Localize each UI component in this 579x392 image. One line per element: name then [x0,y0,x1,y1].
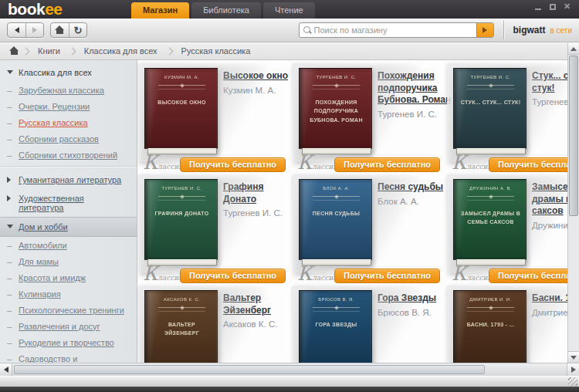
book-pages-edge [456,148,526,154]
sidebar-item-gardening[interactable]: Садоводство и огородничество [0,350,137,363]
cover-title-text: Замысел драмы в семье саксов [459,209,522,228]
toolbar-separator [503,21,504,39]
cover-title-text: Похождения подпоручика Бубнова. Роман [305,98,367,126]
back-arrow-icon [15,27,19,33]
breadcrumb-chevron-icon [165,47,173,55]
user-account-area[interactable]: bigwatt в сети [513,25,573,35]
username-label: bigwatt [513,25,546,35]
main-area: Классика для всех Зарубежная классика Оч… [0,60,579,363]
cover-ornament [467,85,514,90]
cover-author-text: Брюсов В. Я. [305,296,367,304]
breadcrumb-home-button[interactable] [6,45,22,57]
get-free-button[interactable]: Получить бесплатно [180,157,286,172]
back-button[interactable] [8,23,25,37]
sidebar-item-poetry-collections[interactable]: Сборники стихотворений [0,147,137,163]
arrow-down-icon [571,356,577,360]
category-sidebar: Классика для всех Зарубежная классика Оч… [0,60,137,363]
sidebar-item-cars[interactable]: Автомобили [0,237,137,253]
resize-grip[interactable] [568,377,577,386]
maximize-icon[interactable] [549,4,557,11]
search-submit-button[interactable] [476,23,493,37]
cover-author-text: Тургенев И. С. [459,74,522,82]
home-refresh-button-group [50,22,87,38]
book-cover[interactable]: Дмитриев И. И. Басни. 1793 - ... [453,290,527,363]
book-card-footer: Классика Получить бесплатно [452,156,579,173]
book-cover[interactable]: Тургенев И. С. Похождения подпоручика Бу… [299,68,372,154]
refresh-button[interactable] [69,23,86,37]
cover-author-text: Тургенев И. С. [305,74,367,82]
scroll-left-button[interactable] [0,363,12,376]
home-button[interactable] [51,23,69,37]
sidebar-item-for-mom[interactable]: Для мамы [0,253,137,269]
tab-store[interactable]: Магазин [131,2,189,19]
horizontal-scrollbar[interactable] [0,363,579,376]
book-card-footer: Классика Получить бесплатно [143,267,286,284]
get-free-button[interactable]: Получить бесплатно [334,269,440,283]
chevron-down-icon [7,225,13,228]
search-input[interactable] [314,23,476,37]
history-button-group [7,22,44,38]
cover-title-text: Вальтер Эйзенберг [151,320,213,339]
forward-button[interactable] [25,23,43,37]
book-card-footer: Классика Получить бесплатно [297,267,441,284]
sidebar-item-entertainment[interactable]: Развлечения и досуг [0,318,137,334]
home-icon [10,47,19,55]
breadcrumb-item-russian-classics[interactable]: Русская классика [174,46,259,56]
get-free-button[interactable]: Получить бесплатно [489,269,579,283]
book-card: Брюсов В. Я. Гора Звезды Гора Звезды Брю… [297,290,452,363]
book-card-footer: Классика Получить бесплатно [452,267,579,284]
scroll-up-button[interactable] [568,43,579,55]
book-cover[interactable]: Тургенев И. С. Стук... стук... стук! [453,68,527,154]
book-pages-edge [456,259,526,265]
vertical-scrollbar-thumb[interactable] [569,56,578,216]
book-grid: Кузмин М. А. Высокое окно Высокое окно К… [137,60,579,363]
breadcrumb: Книги Классика для всех Русская классика [0,42,579,60]
book-pages-edge [302,259,371,265]
close-icon[interactable] [564,4,571,11]
book-cover[interactable]: Дружинин А. В. Замысел драмы в семье сак… [453,179,527,265]
sidebar-item-psych-trainings[interactable]: Психологические тренинги [0,302,137,318]
sidebar-item-cooking[interactable]: Кулинария [0,286,137,302]
vertical-scrollbar[interactable] [567,43,579,363]
get-free-button[interactable]: Получить бесплатно [180,269,286,283]
minimize-icon[interactable] [534,4,542,11]
book-cover[interactable]: Кузмин М. А. Высокое окно [144,68,218,154]
cover-ornament [313,307,360,312]
sidebar-section-home-hobby[interactable]: Дом и хобби [0,217,137,237]
get-free-button[interactable]: Получить бесплатно [334,157,440,172]
book-cover[interactable]: Брюсов В. Я. Гора Звезды [299,290,372,363]
tab-library[interactable]: Библиотека [191,2,261,19]
cover-author-text: Тургенев И. С. [151,185,213,193]
app-window: bookee Магазин Библиотека Чтение [0,0,579,392]
breadcrumb-item-classics[interactable]: Классика для всех [76,46,165,56]
cover-ornament [313,85,360,90]
sidebar-item-story-collections[interactable]: Сборники рассказов [0,130,137,147]
sidebar-item-foreign-classics[interactable]: Зарубежная классика [0,82,137,98]
sidebar-section-humanities[interactable]: Гуманитарная литература [0,171,137,189]
scroll-down-button[interactable] [568,351,579,363]
home-icon [56,26,64,34]
breadcrumb-chevron-icon [22,47,30,55]
cover-title-text: Басни. 1793 - ... [459,320,522,329]
klassika-script-logo: Классика [297,270,334,282]
book-cover[interactable]: Аксаков К. С. Вальтер Эйзенберг [144,290,218,363]
breadcrumb-item-books[interactable]: Книги [30,46,68,56]
sidebar-item-crafts[interactable]: Рукоделие и творчество [0,334,137,350]
book-cover[interactable]: Тургенев И. С. Графиня Донато [144,179,218,265]
book-cover-front: Дмитриев И. И. Басни. 1793 - ... [453,290,527,363]
book-cover[interactable]: Блок А. А. Песня судьбы [299,179,372,265]
klassika-script-logo: Классика [143,270,180,282]
get-free-button[interactable]: Получить бесплатно [489,157,579,172]
sidebar-section-classics[interactable]: Классика для всех [0,63,137,82]
store-search-box [299,22,494,38]
book-cover-front: Кузмин М. А. Высокое окно [144,68,218,149]
tab-reading[interactable]: Чтение [263,2,315,19]
scroll-right-button[interactable] [567,363,579,376]
sidebar-item-beauty-image[interactable]: Красота и имидж [0,269,137,286]
sidebar-item-essays-reviews[interactable]: Очерки. Рецензии [0,98,137,114]
book-card: Тургенев И. С. Стук... стук... стук! Сту… [452,68,579,179]
sidebar-item-russian-classics[interactable]: Русская классика [0,114,137,130]
cover-title-text: Гора Звезды [305,320,367,329]
horizontal-scrollbar-thumb[interactable] [14,365,485,374]
sidebar-section-fiction[interactable]: Художественная литература [0,189,137,217]
